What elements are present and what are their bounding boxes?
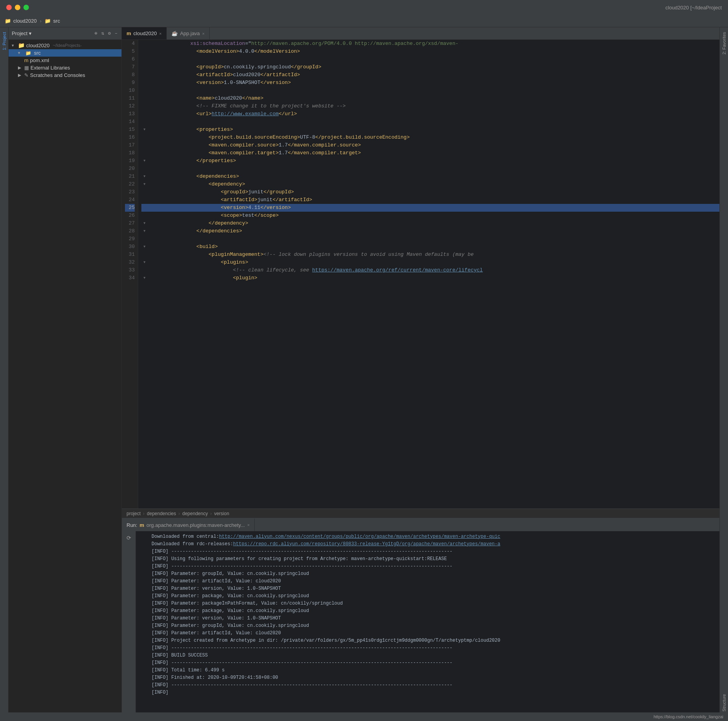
console-line-4: [INFO] Using following parameters for cr… [136,555,719,562]
code-content[interactable]: xsi:schemaLocation="http://maven.apache.… [138,40,719,509]
project-toolbar: Project ▾ ⊕ ⇅ ⚙ – [9,27,121,40]
minimize-button[interactable] [15,5,20,10]
tab-cloud2020[interactable]: m cloud2020 × [122,27,167,39]
tree-arrow: ▾ [12,43,16,48]
run-tab-close[interactable]: × [247,523,250,527]
fold-21[interactable]: ▾ [141,173,148,180]
console-line-7: [INFO] Parameter: artifactId, Value: clo… [136,577,719,585]
tab-bar: m cloud2020 × ☕ App.java × [122,27,719,40]
run-panel: Run: m org.apache.maven.plugins:maven-ar… [122,518,719,721]
tree-pom-label: pom.xml [30,57,49,63]
ln-34: 34 [125,274,135,282]
tree-arrow-ext: ▶ [18,65,23,70]
fold-31 [141,251,148,259]
console-line-22: [INFO] [136,689,719,696]
tree-scratches[interactable]: ▶ ✎ Scratches and Consoles [9,71,121,79]
ln-19: 19 [125,157,135,165]
eb-sep3: › [210,511,212,516]
ln-5: 5 [125,48,135,55]
run-tab[interactable]: Run: m org.apache.maven.plugins:maven-ar… [122,519,255,531]
tree-src-label: src [34,50,41,56]
right-vertical-tabs: 2: Favorites Z: Structure [719,27,728,721]
left-vertical-tabs: 1: Project [0,27,9,721]
tree-pom[interactable]: m pom.xml [9,57,121,64]
code-line-5: <modelVersion>4.0.0</modelVersion> [141,48,719,55]
tree-arrow-src: ▾ [18,50,23,55]
fold-19[interactable]: ▾ [141,157,148,165]
eb-project: project [127,511,141,516]
ln-7: 7 [125,63,135,71]
editor-breadcrumb: project › dependencies › dependency › ve… [122,509,719,518]
fold-28[interactable]: ▾ [141,227,148,235]
run-sidebar-left: ⟳ [122,531,136,721]
fold-34[interactable]: ▾ [141,274,148,282]
fold-23 [141,188,148,196]
status-bar: https://blog.csdn.net/cookily_liangzai [0,712,728,721]
close-button[interactable] [6,5,12,10]
favorites-tab[interactable]: 2: Favorites [720,27,728,59]
console-line-1: Downloaded from central: http://maven.al… [136,533,719,540]
console-line-17: [INFO] BUILD SUCCESS [136,651,719,659]
tree-src[interactable]: ▾ 📁 src [9,49,121,57]
breadcrumb-src[interactable]: src [53,18,60,24]
eb-version: version [214,511,229,516]
lib-icon: ▦ [24,65,29,71]
breadcrumb-project[interactable]: cloud2020 [13,18,37,24]
project-tab[interactable]: 1: Project [0,27,8,55]
tree-scratches-label: Scratches and Consoles [30,72,85,78]
tab-label-appjava: App.java [180,30,200,36]
fold-27[interactable]: ▾ [141,220,148,227]
code-line-19: ▾ </properties> [141,157,719,165]
tab-close-cloud2020[interactable]: × [159,31,162,36]
console-link-1[interactable]: http://maven.aliyun.com/nexus/content/gr… [219,534,500,539]
tree-project-name: cloud2020 [26,43,50,48]
console-line-13: [INFO] Parameter: groupId, Value: cn.coo… [136,622,719,629]
fold-15[interactable]: ▾ [141,126,148,134]
project-tree: ▾ 📁 cloud2020 ~/IdeaProjects- ▾ 📁 src m … [9,40,121,721]
fold-22[interactable]: ▾ [141,180,148,188]
tree-arrow-scratch: ▶ [18,73,23,78]
ln-25: 25 [125,204,135,212]
fold-14 [141,118,148,126]
console-line-20: [INFO] Finished at: 2020-10-09T20:41:58+… [136,674,719,681]
folder-icon: 📁 [5,18,11,24]
code-line-28: ▾ </dependencies> [141,227,719,235]
fold-33 [141,266,148,274]
settings-btn[interactable]: ⚙ [107,30,112,37]
fold-5 [141,48,148,55]
run-icon-m: m [139,522,144,528]
sync-btn[interactable]: ⊕ [94,30,98,37]
eb-sep2: › [178,511,180,516]
fold-25 [141,204,148,212]
run-label: Run: [127,522,137,528]
tree-root[interactable]: ▾ 📁 cloud2020 ~/IdeaProjects- [9,41,121,49]
console-line-15: [INFO] Project created from Archetype in… [136,637,719,644]
run-restart-btn[interactable]: ⟳ [125,534,133,542]
ln-10: 10 [125,87,135,95]
ln-28: 28 [125,227,135,235]
project-panel: Project ▾ ⊕ ⇅ ⚙ – ▾ 📁 cloud2020 ~/IdeaPr… [9,27,122,721]
fold-30[interactable]: ▾ [141,243,148,251]
fold-18 [141,149,148,157]
console-line-18: [INFO] ---------------------------------… [136,659,719,666]
ln-24: 24 [125,196,135,204]
status-url: https://blog.csdn.net/cookily_liangzai [653,714,723,719]
ln-29: 29 [125,235,135,243]
fold-6 [141,55,148,63]
ln-4: 4 [125,40,135,48]
ln-22: 22 [125,180,135,188]
fold-32[interactable]: ▾ [141,259,148,266]
zoom-button[interactable] [23,5,29,10]
console-link-2[interactable]: https://repo.rdc.aliyun.com/repository/8… [233,541,500,547]
breadcrumb-bar: 📁 cloud2020 › 📁 src [0,15,728,27]
fold-20 [141,165,148,173]
tab-appjava[interactable]: ☕ App.java × [167,27,210,39]
project-folder-icon: 📁 [18,42,25,48]
hide-btn[interactable]: – [114,30,118,37]
ln-16: 16 [125,134,135,141]
ln-33: 33 [125,266,135,274]
tree-ext-libs[interactable]: ▶ ▦ External Libraries [9,64,121,71]
collapse-btn[interactable]: ⇅ [100,30,105,37]
console-line-12: [INFO] Parameter: version, Value: 1.0-SN… [136,614,719,622]
tab-close-appjava[interactable]: × [202,31,205,36]
